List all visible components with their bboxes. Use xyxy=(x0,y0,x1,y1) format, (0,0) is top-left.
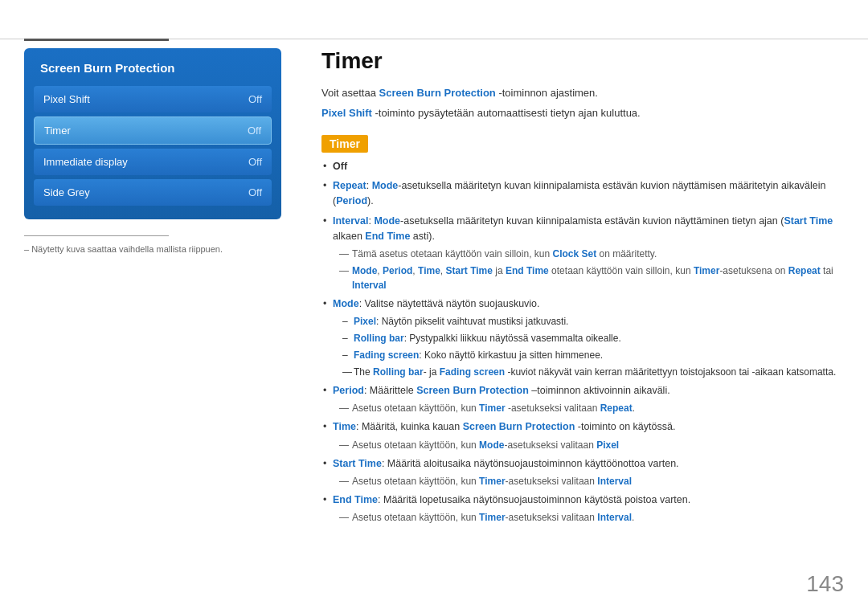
note-clock-set: Tämä asetus otetaan käyttöön vain silloi… xyxy=(336,247,844,261)
list-item-start-time: Start Time: Määritä aloitusaika näytönsu… xyxy=(321,456,844,488)
screen-burn-bold: Screen Burn Protection xyxy=(379,87,496,99)
menu-item-label: Side Grey xyxy=(43,186,90,198)
menu-item-value: Off xyxy=(248,186,262,198)
note-mode-period: Mode, Period, Time, Start Time ja End Ti… xyxy=(336,264,844,292)
list-item-end-time: End Time: Määritä lopetusaika näytönsuoj… xyxy=(321,492,844,525)
top-accent-line xyxy=(24,39,169,41)
sub-note-rolling: The Rolling bar- ja Fading screen -kuvio… xyxy=(341,365,844,379)
note-start-time: Asetus otetaan käyttöön, kun Timer-asetu… xyxy=(336,474,844,488)
page-number: 143 xyxy=(806,571,844,597)
menu-item-label: Timer xyxy=(44,125,71,137)
footnote: – Näytetty kuva saattaa vaihdella mallis… xyxy=(24,244,281,254)
list-item-time: Time: Määritä, kuinka kauan Screen Burn … xyxy=(321,419,844,452)
menu-item-value: Off xyxy=(248,93,262,105)
page-title: Timer xyxy=(321,48,844,74)
list-item-repeat: Repeat: Mode-asetuksella määritetyn kuva… xyxy=(321,178,844,210)
menu-title: Screen Burn Protection xyxy=(34,58,272,78)
list-item-mode: Mode: Valitse näytettävä näytön suojausk… xyxy=(321,296,844,378)
intro-line-2: Pixel Shift -toiminto pysäytetään automa… xyxy=(321,105,844,122)
note-end-time: Asetus otetaan käyttöön, kun Timer-asetu… xyxy=(336,510,844,525)
divider xyxy=(24,235,169,236)
menu-box: Screen Burn Protection Pixel Shift Off T… xyxy=(24,48,281,219)
list-item-period: Period: Määrittele Screen Burn Protectio… xyxy=(321,383,844,415)
menu-item-side-grey[interactable]: Side Grey Off xyxy=(34,179,272,206)
left-panel: Screen Burn Protection Pixel Shift Off T… xyxy=(24,48,281,254)
sub-list-mode: Pixel: Näytön pikselit vaihtuvat mustiks… xyxy=(341,314,844,379)
sub-item-pixel: Pixel: Näytön pikselit vaihtuvat mustiks… xyxy=(341,314,844,329)
intro-line-1: Voit asettaa Screen Burn Protection -toi… xyxy=(321,85,844,102)
section-header: Timer xyxy=(321,135,368,153)
right-content: Timer Voit asettaa Screen Burn Protectio… xyxy=(321,48,844,529)
note-time: Asetus otetaan käyttöön, kun Mode-asetuk… xyxy=(336,438,844,452)
list-item-off: Off xyxy=(321,159,844,174)
pixel-shift-bold: Pixel Shift xyxy=(321,107,372,119)
note-period: Asetus otetaan käyttöön, kun Timer -aset… xyxy=(336,401,844,415)
menu-item-label: Pixel Shift xyxy=(43,93,90,105)
sub-item-rolling-bar: Rolling bar: Pystypalkki liikkuu näytöss… xyxy=(341,331,844,345)
menu-item-immediate-display[interactable]: Immediate display Off xyxy=(34,149,272,175)
menu-item-value: Off xyxy=(248,125,261,137)
menu-item-label: Immediate display xyxy=(43,156,128,168)
menu-item-value: Off xyxy=(248,156,262,168)
content-list: Off Repeat: Mode-asetuksella määritetyn … xyxy=(321,159,844,525)
menu-item-timer[interactable]: Timer Off xyxy=(34,116,272,145)
list-item-interval: Interval: Mode-asetuksella määritetyn ku… xyxy=(321,214,844,293)
menu-item-pixel-shift[interactable]: Pixel Shift Off xyxy=(34,86,272,112)
sub-item-fading-screen: Fading screen: Koko näyttö kirkastuu ja … xyxy=(341,348,844,362)
